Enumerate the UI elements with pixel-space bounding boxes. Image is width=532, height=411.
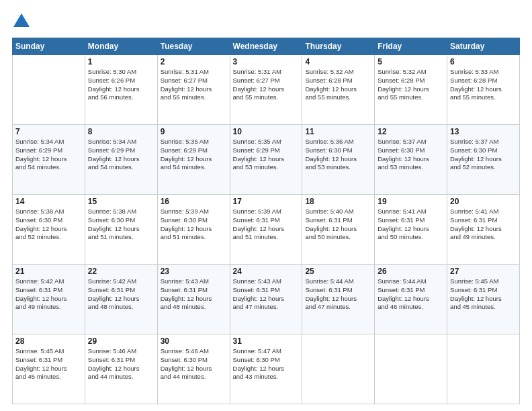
day-info: Sunrise: 5:35 AMSunset: 6:29 PMDaylight:… [161,138,227,172]
calendar-cell: 16Sunrise: 5:39 AMSunset: 6:30 PMDayligh… [157,195,230,265]
calendar-cell [13,55,85,125]
calendar-cell: 25Sunrise: 5:44 AMSunset: 6:31 PMDayligh… [302,265,375,334]
calendar-cell: 12Sunrise: 5:37 AMSunset: 6:30 PMDayligh… [375,125,447,195]
day-number: 13 [450,127,517,136]
weekday-header-friday: Friday [375,38,447,55]
calendar-cell [447,334,520,404]
day-number: 25 [305,267,371,276]
day-info: Sunrise: 5:32 AMSunset: 6:28 PMDaylight:… [378,68,444,102]
day-info: Sunrise: 5:39 AMSunset: 6:30 PMDaylight:… [161,208,227,242]
weekday-header-wednesday: Wednesday [230,38,302,55]
calendar-cell: 24Sunrise: 5:43 AMSunset: 6:31 PMDayligh… [230,265,302,334]
day-info: Sunrise: 5:42 AMSunset: 6:31 PMDaylight:… [15,277,82,312]
day-number: 24 [233,267,300,276]
day-number: 1 [88,57,154,66]
week-row-0: 1Sunrise: 5:30 AMSunset: 6:26 PMDaylight… [13,55,520,125]
day-number: 9 [161,127,227,136]
day-info: Sunrise: 5:31 AMSunset: 6:27 PMDaylight:… [233,68,300,102]
weekday-header-saturday: Saturday [447,38,520,55]
calendar-cell: 22Sunrise: 5:42 AMSunset: 6:31 PMDayligh… [85,265,157,334]
calendar-cell: 15Sunrise: 5:38 AMSunset: 6:30 PMDayligh… [85,195,157,265]
calendar-cell: 5Sunrise: 5:32 AMSunset: 6:28 PMDaylight… [375,55,447,125]
day-info: Sunrise: 5:34 AMSunset: 6:29 PMDaylight:… [88,138,154,172]
calendar-cell: 13Sunrise: 5:37 AMSunset: 6:30 PMDayligh… [447,125,520,195]
weekday-header-tuesday: Tuesday [157,38,230,55]
day-number: 5 [378,57,444,66]
weekday-header-sunday: Sunday [13,38,85,55]
week-row-3: 21Sunrise: 5:42 AMSunset: 6:31 PMDayligh… [13,265,520,334]
logo-icon [12,12,31,31]
day-info: Sunrise: 5:43 AMSunset: 6:31 PMDaylight:… [161,277,227,312]
day-info: Sunrise: 5:37 AMSunset: 6:30 PMDaylight:… [450,138,517,172]
calendar-cell: 2Sunrise: 5:31 AMSunset: 6:27 PMDaylight… [157,55,230,125]
day-info: Sunrise: 5:33 AMSunset: 6:28 PMDaylight:… [450,68,517,102]
day-info: Sunrise: 5:41 AMSunset: 6:31 PMDaylight:… [378,208,444,242]
day-number: 15 [88,197,154,206]
calendar-cell: 3Sunrise: 5:31 AMSunset: 6:27 PMDaylight… [230,55,302,125]
calendar-cell: 17Sunrise: 5:39 AMSunset: 6:31 PMDayligh… [230,195,302,265]
day-number: 2 [161,57,227,66]
weekday-header-row: SundayMondayTuesdayWednesdayThursdayFrid… [13,38,520,55]
svg-rect-2 [19,21,24,27]
day-info: Sunrise: 5:36 AMSunset: 6:30 PMDaylight:… [305,138,371,172]
day-number: 10 [233,127,300,136]
calendar-cell: 1Sunrise: 5:30 AMSunset: 6:26 PMDaylight… [85,55,157,125]
calendar-cell: 9Sunrise: 5:35 AMSunset: 6:29 PMDaylight… [157,125,230,195]
day-info: Sunrise: 5:40 AMSunset: 6:31 PMDaylight:… [305,208,371,242]
day-number: 26 [378,267,444,276]
day-number: 11 [305,127,371,136]
calendar-cell: 18Sunrise: 5:40 AMSunset: 6:31 PMDayligh… [302,195,375,265]
day-number: 8 [88,127,154,136]
day-info: Sunrise: 5:47 AMSunset: 6:30 PMDaylight:… [233,347,300,381]
day-info: Sunrise: 5:34 AMSunset: 6:29 PMDaylight:… [15,138,82,172]
header [12,12,520,31]
day-number: 27 [450,267,517,276]
day-info: Sunrise: 5:45 AMSunset: 6:31 PMDaylight:… [450,277,517,312]
calendar-cell: 10Sunrise: 5:35 AMSunset: 6:29 PMDayligh… [230,125,302,195]
weekday-header-monday: Monday [85,38,157,55]
day-number: 31 [233,336,300,346]
day-number: 7 [15,127,82,136]
day-number: 29 [88,336,154,346]
day-info: Sunrise: 5:31 AMSunset: 6:27 PMDaylight:… [161,68,227,102]
day-number: 19 [378,197,444,206]
calendar-cell: 4Sunrise: 5:32 AMSunset: 6:28 PMDaylight… [302,55,375,125]
day-number: 17 [233,197,300,206]
day-number: 14 [15,197,82,206]
day-number: 16 [161,197,227,206]
day-number: 18 [305,197,371,206]
calendar-cell [302,334,375,404]
calendar-cell: 23Sunrise: 5:43 AMSunset: 6:31 PMDayligh… [157,265,230,334]
day-info: Sunrise: 5:37 AMSunset: 6:30 PMDaylight:… [378,138,444,172]
page: SundayMondayTuesdayWednesdayThursdayFrid… [0,0,532,411]
calendar-cell: 19Sunrise: 5:41 AMSunset: 6:31 PMDayligh… [375,195,447,265]
calendar-cell: 14Sunrise: 5:38 AMSunset: 6:30 PMDayligh… [13,195,85,265]
day-info: Sunrise: 5:44 AMSunset: 6:31 PMDaylight:… [305,277,371,312]
day-number: 21 [15,267,82,276]
day-info: Sunrise: 5:32 AMSunset: 6:28 PMDaylight:… [305,68,371,102]
calendar-cell: 26Sunrise: 5:44 AMSunset: 6:31 PMDayligh… [375,265,447,334]
day-info: Sunrise: 5:38 AMSunset: 6:30 PMDaylight:… [88,208,154,242]
week-row-1: 7Sunrise: 5:34 AMSunset: 6:29 PMDaylight… [13,125,520,195]
day-info: Sunrise: 5:46 AMSunset: 6:31 PMDaylight:… [88,347,154,381]
day-number: 28 [15,336,82,346]
calendar-cell: 30Sunrise: 5:46 AMSunset: 6:30 PMDayligh… [157,334,230,404]
calendar-cell: 27Sunrise: 5:45 AMSunset: 6:31 PMDayligh… [447,265,520,334]
calendar-cell: 11Sunrise: 5:36 AMSunset: 6:30 PMDayligh… [302,125,375,195]
weekday-header-thursday: Thursday [302,38,375,55]
calendar-cell: 28Sunrise: 5:45 AMSunset: 6:31 PMDayligh… [13,334,85,404]
day-info: Sunrise: 5:35 AMSunset: 6:29 PMDaylight:… [233,138,300,172]
day-info: Sunrise: 5:30 AMSunset: 6:26 PMDaylight:… [88,68,154,102]
calendar-cell: 31Sunrise: 5:47 AMSunset: 6:30 PMDayligh… [230,334,302,404]
day-number: 30 [161,336,227,346]
calendar-cell: 20Sunrise: 5:41 AMSunset: 6:31 PMDayligh… [447,195,520,265]
day-number: 3 [233,57,300,66]
week-row-4: 28Sunrise: 5:45 AMSunset: 6:31 PMDayligh… [13,334,520,404]
day-info: Sunrise: 5:43 AMSunset: 6:31 PMDaylight:… [233,277,300,312]
day-info: Sunrise: 5:42 AMSunset: 6:31 PMDaylight:… [88,277,154,312]
calendar-cell: 6Sunrise: 5:33 AMSunset: 6:28 PMDaylight… [447,55,520,125]
day-info: Sunrise: 5:38 AMSunset: 6:30 PMDaylight:… [15,208,82,242]
calendar-cell: 8Sunrise: 5:34 AMSunset: 6:29 PMDaylight… [85,125,157,195]
calendar-cell: 29Sunrise: 5:46 AMSunset: 6:31 PMDayligh… [85,334,157,404]
logo [12,12,34,31]
